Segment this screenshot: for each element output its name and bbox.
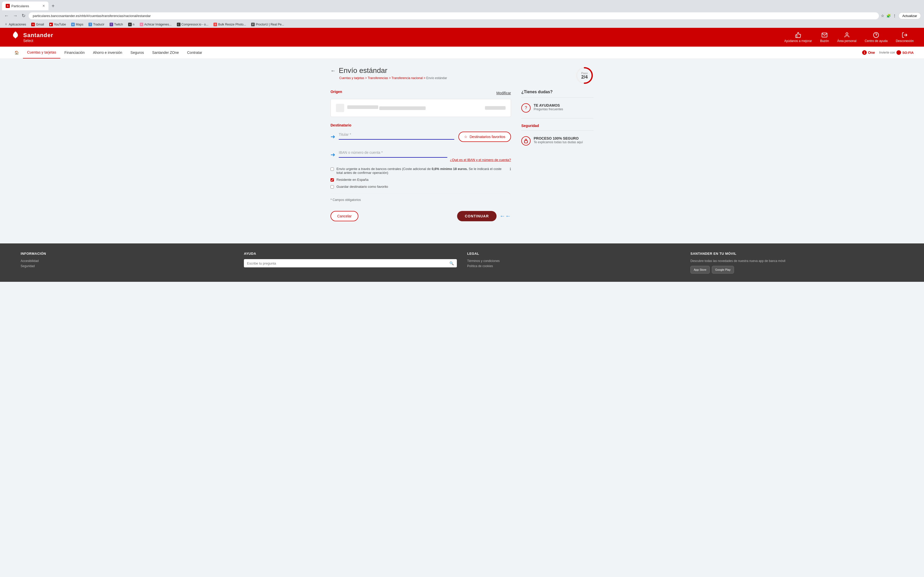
favoritos-label: Destinatarios favoritos (470, 135, 505, 139)
tab-bar: S Particulares × + (0, 0, 924, 10)
footer-legal: LEGAL Términos y condiciones Política de… (467, 251, 680, 274)
breadcrumb-transferencias[interactable]: Transferencias (368, 76, 388, 80)
bookmark-compressor[interactable]: C Compressor.io - o... (176, 22, 210, 27)
footer-cookies[interactable]: Política de cookies (467, 264, 680, 268)
appstore-button[interactable]: App Store (690, 266, 710, 274)
footer-accesibilidad[interactable]: Accesibilidad (21, 259, 234, 263)
sofia-logo[interactable]: Invierte con SO:FIA (879, 50, 914, 55)
logo-text: Santander Select (23, 32, 53, 43)
googleplay-button[interactable]: Google Play (712, 266, 734, 274)
tab-close-button[interactable]: × (42, 3, 45, 8)
footer-informacion: INFORMACIÓN Accesibilidad Seguridad (21, 251, 234, 274)
breadcrumb-envio: Envío estándar (426, 76, 447, 80)
sofia-prefix: Invierte con (879, 51, 895, 54)
home-icon[interactable]: 🏠 (10, 47, 23, 58)
footer-ayuda: AYUDA 🔍 (244, 251, 457, 274)
compressor-icon: C (177, 23, 181, 26)
footer-movil: SANTANDER EN TU MÓVIL Descubre todas las… (690, 251, 903, 274)
main-form-column: Origen Modificar (331, 90, 511, 226)
bookmark-maps[interactable]: M Maps (70, 22, 84, 27)
n-icon: n (128, 23, 132, 26)
step-number: 2/4 (581, 75, 588, 79)
bookmark-youtube[interactable]: ▶ YouTube (48, 22, 67, 27)
new-tab-button[interactable]: + (50, 2, 57, 10)
checkbox-section: Envío urgente a través de bancos central… (331, 167, 511, 189)
bookmark-gmail[interactable]: M Gmail (30, 22, 45, 27)
tab-favicon: S (6, 4, 10, 8)
iban-help-link[interactable]: ¿Qué es el IBAN y el número de cuenta? (450, 158, 511, 162)
cancel-button[interactable]: Cancelar (331, 211, 359, 221)
nav-help-center[interactable]: Centro de ayuda (865, 32, 888, 43)
one-label: One (868, 50, 875, 55)
address-bar: ← → ↻ ☆ 🧩 ⋮ Actualizar (0, 10, 924, 21)
titular-input[interactable] (339, 130, 454, 140)
sofia-label: SO:FIA (902, 51, 914, 55)
footer-movil-title: SANTANDER EN TU MÓVIL (690, 251, 903, 256)
bank-nav-icons: Ayúdanos a mejorar Buzón Área personal C… (784, 32, 914, 43)
bookmark-traducir[interactable]: T Traducir (87, 22, 105, 27)
nav-area-personal[interactable]: Área personal (837, 32, 856, 43)
footer-seguridad[interactable]: Seguridad (21, 264, 234, 268)
app-buttons: App Store Google Play (690, 266, 903, 274)
breadcrumb-cuentas[interactable]: Cuentas y tarjetas (339, 76, 364, 80)
urgent-label: Envío urgente a través de bancos central… (336, 167, 506, 175)
breadcrumb-nacional[interactable]: Transferencia nacional (392, 76, 423, 80)
resident-checkbox[interactable] (331, 178, 334, 182)
account-name-blurred (347, 105, 378, 109)
bookmark-twitch-label: Twitch (114, 23, 123, 26)
forward-button[interactable]: → (12, 12, 19, 19)
bookmark-n[interactable]: n n (127, 22, 136, 27)
urgent-checkbox[interactable] (331, 168, 334, 171)
nav-disconnect[interactable]: Desconexión (896, 32, 914, 43)
url-input[interactable] (29, 12, 879, 19)
info-icon[interactable]: ℹ (510, 167, 511, 171)
one-logo[interactable]: 1 One (862, 50, 875, 55)
bookmark-twitch[interactable]: T Twitch (108, 22, 124, 27)
extensions-icon[interactable]: 🧩 (886, 14, 891, 18)
continue-button[interactable]: CONTINUAR (457, 211, 496, 221)
translate-icon: T (89, 23, 92, 26)
update-button[interactable]: Actualizar (898, 12, 921, 19)
nav-buzon[interactable]: Buzón (820, 32, 829, 43)
continue-wrapper: CONTINUAR ←← (457, 211, 511, 221)
back-arrow-button[interactable]: ← (331, 68, 336, 74)
svg-point-0 (846, 33, 848, 35)
nav-seguros[interactable]: Seguros (126, 47, 148, 58)
step-indicator: Paso 2/4 (575, 66, 593, 84)
favoritos-button[interactable]: ☆ Destinatarios favoritos (459, 132, 511, 142)
nav-help-us[interactable]: Ayúdanos a mejorar (784, 32, 812, 43)
twitch-icon: T (110, 23, 113, 26)
security-lock-icon (521, 136, 531, 145)
save-label: Guardar destinatario como favorito (336, 185, 388, 189)
bookmark-achicar[interactable]: A Achicar Imágenes... (139, 22, 173, 27)
active-tab[interactable]: S Particulares × (2, 2, 48, 10)
svg-rect-9 (524, 141, 528, 143)
bookmark-bulkresize[interactable]: B Bulk Resize Photo... (212, 22, 247, 27)
arrow-from-continue: ←← (500, 213, 511, 219)
svg-point-6 (897, 50, 901, 55)
back-button[interactable]: ← (3, 12, 10, 19)
save-checkbox[interactable] (331, 185, 334, 189)
nav-contratar[interactable]: Contratar (183, 47, 206, 58)
bookmark-proctoru[interactable]: P ProctorU | Real Pe... (250, 22, 285, 27)
footer-search-input[interactable] (247, 261, 447, 265)
menu-icon[interactable]: ⋮ (893, 14, 897, 18)
modify-link[interactable]: Modificar (496, 91, 511, 95)
help-question-icon: ? (521, 103, 531, 113)
arrow-to-titular: ➜ (331, 134, 335, 140)
footer-terminos[interactable]: Términos y condiciones (467, 259, 680, 263)
bookmark-icon[interactable]: ☆ (881, 14, 884, 18)
nav-zone[interactable]: Santander ZOne (148, 47, 183, 58)
nav-financiacion[interactable]: Financiación (60, 47, 89, 58)
bookmark-apps[interactable]: ⠿ Aplicaciones (3, 22, 27, 27)
browser-chrome: S Particulares × + ← → ↻ ☆ 🧩 ⋮ Actualiza… (0, 0, 924, 28)
iban-input[interactable] (339, 148, 447, 158)
security-item-subtitle: Te explicamos todas tus dudas aquí (534, 140, 583, 144)
two-column-layout: Origen Modificar (331, 90, 593, 226)
bank-name: Santander (23, 32, 53, 39)
resident-checkbox-row: Residente en España (331, 178, 511, 182)
titular-field (339, 130, 454, 140)
nav-cuentas[interactable]: Cuentas y tarjetas (23, 47, 60, 58)
nav-ahorro[interactable]: Ahorro e inversión (89, 47, 126, 58)
reload-button[interactable]: ↻ (21, 12, 27, 19)
